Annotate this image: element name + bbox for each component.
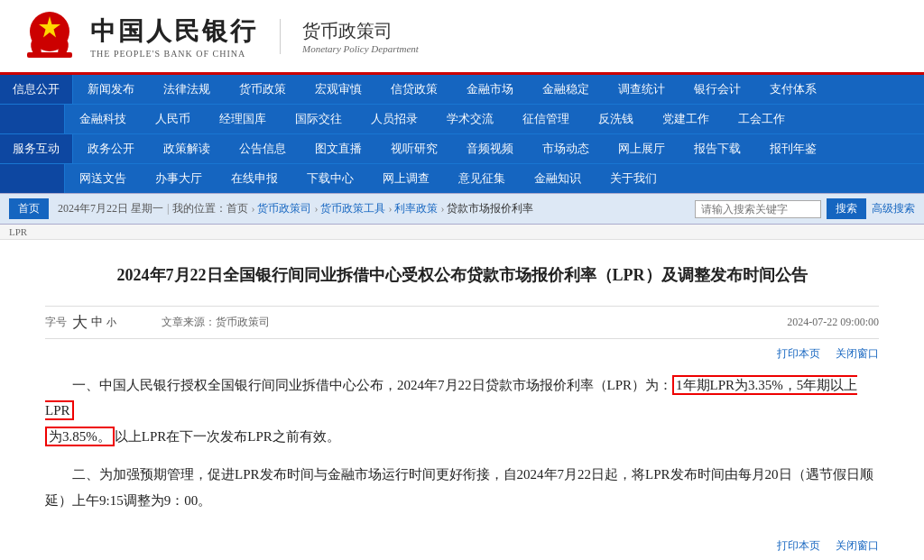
nav-item-report[interactable]: 报告下载	[679, 134, 755, 163]
breadcrumb-arrow4: ›	[440, 202, 444, 216]
nav-item-aml[interactable]: 反洗钱	[584, 105, 648, 133]
nav-item-online-apply[interactable]: 在线申报	[217, 164, 292, 193]
nav-item-recruit[interactable]: 人员招录	[356, 105, 432, 133]
nav-item-finstable[interactable]: 金融稳定	[528, 75, 604, 104]
nav-item-online-hall[interactable]: 网上展厅	[604, 134, 679, 163]
logo-zh: 中国人民银行	[90, 14, 258, 49]
main-content: 2024年7月22日全国银行间同业拆借中心受权公布贷款市场报价利率（LPR）及调…	[0, 240, 924, 560]
nav-row-2: 金融科技 人民币 经理国库 国际交往 人员招录 学术交流 征信管理 反洗钱 党建…	[0, 104, 924, 133]
dept-block: 货币政策司 Monetary Policy Department	[280, 19, 419, 54]
nav-item-treasury[interactable]: 经理国库	[205, 105, 281, 133]
search-area: 搜索 高级搜索	[695, 198, 915, 219]
logo-emblem	[18, 9, 81, 63]
nav-item-monetary[interactable]: 货币政策	[225, 75, 300, 104]
fontsize-label: 字号	[45, 315, 67, 330]
print-link-top[interactable]: 打印本页	[777, 347, 820, 360]
nav-label-spacer1	[0, 105, 65, 133]
font-mid-btn[interactable]: 中	[91, 314, 103, 330]
breadcrumb-arrow1: ›	[251, 202, 254, 216]
nav-items-row1: 新闻发布 法律法规 货币政策 宏观审慎 信贷政策 金融市场 金融稳定 调查统计 …	[73, 75, 924, 104]
logo-text: 中国人民银行 THE PEOPLE'S BANK OF CHINA	[90, 14, 258, 59]
nav-items-row2: 金融科技 人民币 经理国库 国际交往 人员招录 学术交流 征信管理 反洗钱 党建…	[65, 105, 924, 133]
nav-row-4: 网送文告 办事大厅 在线申报 下载中心 网上调查 意见征集 金融知识 关于我们	[0, 163, 924, 193]
breadcrumb-my-location: 我的位置：首页	[172, 201, 248, 216]
nav-item-party[interactable]: 党建工作	[648, 105, 724, 133]
nav-item-credit[interactable]: 信贷政策	[376, 75, 452, 104]
nav-item-interpret[interactable]: 政策解读	[149, 134, 225, 163]
source-label: 文章来源：货币政策司	[162, 315, 270, 330]
search-input[interactable]	[695, 200, 821, 218]
nav-item-govopen[interactable]: 政务公开	[73, 134, 149, 163]
nav-items-row4: 网送文告 办事大厅 在线申报 下载中心 网上调查 意见征集 金融知识 关于我们	[65, 164, 924, 193]
highlight-box-2: 为3.85%。	[45, 427, 115, 446]
header: 中国人民银行 THE PEOPLE'S BANK OF CHINA 货币政策司 …	[0, 0, 924, 75]
nav-item-rmb[interactable]: 人民币	[141, 105, 205, 133]
nav-item-payment[interactable]: 支付体系	[755, 75, 831, 104]
nav-item-academic[interactable]: 学术交流	[432, 105, 508, 133]
font-small-btn[interactable]: 小	[106, 316, 116, 329]
nav-item-union[interactable]: 工会工作	[724, 105, 799, 133]
search-button[interactable]: 搜索	[827, 198, 866, 219]
nav-item-finknowledge[interactable]: 金融知识	[520, 164, 596, 193]
nav-item-notice[interactable]: 网送文告	[65, 164, 141, 193]
bottom-action-links: 打印本页 关闭窗口	[45, 531, 879, 554]
nav-item-live[interactable]: 图文直播	[300, 134, 376, 163]
print-link-bottom[interactable]: 打印本页	[777, 539, 820, 552]
dept-zh: 货币政策司	[302, 19, 419, 43]
breadcrumb-link-rate[interactable]: 利率政策	[394, 201, 438, 216]
breadcrumb-sep1: |	[167, 202, 169, 216]
nav-item-bank[interactable]: 银行会计	[679, 75, 755, 104]
article-para-1: 一、中国人民银行授权全国银行间同业拆借中心公布，2024年7月22日贷款市场报价…	[45, 372, 879, 450]
advanced-search-link[interactable]: 高级搜索	[872, 201, 915, 216]
breadcrumb-bar: 首页 2024年7月22日 星期一 | 我的位置：首页 › 货币政策司 › 货币…	[0, 193, 924, 225]
nav-item-intl[interactable]: 国际交往	[281, 105, 356, 133]
font-large-btn[interactable]: 大	[72, 312, 88, 333]
article-para-2: 二、为加强预期管理，促进LPR发布时间与金融市场运行时间更好衔接，自2024年7…	[45, 462, 879, 513]
breadcrumb-link-dept[interactable]: 货币政策司	[257, 201, 311, 216]
logo-en: THE PEOPLE'S BANK OF CHINA	[90, 49, 258, 59]
breadcrumb-date: 2024年7月22日 星期一	[58, 201, 163, 216]
close-link-top[interactable]: 关闭窗口	[836, 347, 879, 360]
nav-item-news[interactable]: 新闻发布	[73, 75, 149, 104]
nav-item-market[interactable]: 市场动态	[528, 134, 604, 163]
breadcrumb-link-tools[interactable]: 货币政策工具	[320, 201, 385, 216]
home-tab[interactable]: 首页	[9, 198, 49, 219]
nav-label-spacer2	[0, 164, 65, 193]
para1-text-after: 以上LPR在下一次发布LPR之前有效。	[115, 429, 340, 444]
nav-row-3: 服务互动 政务公开 政策解读 公告信息 图文直播 视听研究 音频视频 市场动态 …	[0, 133, 924, 163]
breadcrumb-arrow3: ›	[388, 202, 392, 216]
top-action-links: 打印本页 关闭窗口	[45, 346, 879, 362]
nav-label-xinxi: 信息公开	[0, 75, 73, 104]
nav-item-announcement[interactable]: 公告信息	[225, 134, 300, 163]
article-meta: 字号 大 中 小 文章来源：货币政策司 2024-07-22 09:00:00	[45, 306, 879, 339]
source-value: 货币政策司	[216, 316, 270, 328]
nav-item-survey2[interactable]: 网上调查	[368, 164, 444, 193]
nav-item-survey[interactable]: 调查统计	[604, 75, 679, 104]
nav-item-finmarket[interactable]: 金融市场	[452, 75, 528, 104]
nav-item-credit-mgmt[interactable]: 征信管理	[508, 105, 584, 133]
dept-en: Monetary Policy Department	[302, 43, 419, 54]
article-title: 2024年7月22日全国银行间同业拆借中心受权公布贷款市场报价利率（LPR）及调…	[45, 262, 879, 289]
nav-item-fintech[interactable]: 金融科技	[65, 105, 141, 133]
nav-item-video[interactable]: 音频视频	[452, 134, 528, 163]
article-body: 一、中国人民银行授权全国银行间同业拆借中心公布，2024年7月22日贷款市场报价…	[45, 372, 879, 514]
nav-items-row3: 政务公开 政策解读 公告信息 图文直播 视听研究 音频视频 市场动态 网上展厅 …	[73, 134, 924, 163]
close-link-bottom[interactable]: 关闭窗口	[836, 539, 879, 552]
nav-item-yearbook[interactable]: 报刊年鉴	[755, 134, 831, 163]
nav-item-law[interactable]: 法律法规	[149, 75, 225, 104]
nav-item-feedback[interactable]: 意见征集	[444, 164, 520, 193]
nav-row-1: 信息公开 新闻发布 法律法规 货币政策 宏观审慎 信贷政策 金融市场 金融稳定 …	[0, 75, 924, 104]
nav-item-office[interactable]: 办事大厅	[141, 164, 217, 193]
lpr-label-bar: LPR	[0, 225, 924, 240]
nav-item-macro[interactable]: 宏观审慎	[300, 75, 376, 104]
breadcrumb-current: 贷款市场报价利率	[447, 201, 533, 216]
para1-text-before: 一、中国人民银行授权全国银行间同业拆借中心公布，2024年7月22日贷款市场报价…	[72, 378, 672, 392]
nav-item-av-research[interactable]: 视听研究	[376, 134, 452, 163]
article-date: 2024-07-22 09:00:00	[787, 316, 879, 329]
nav-label-fuwu: 服务互动	[0, 134, 73, 163]
breadcrumb-arrow2: ›	[314, 202, 318, 216]
nav-item-download[interactable]: 下载中心	[292, 164, 368, 193]
nav-item-about[interactable]: 关于我们	[596, 164, 671, 193]
